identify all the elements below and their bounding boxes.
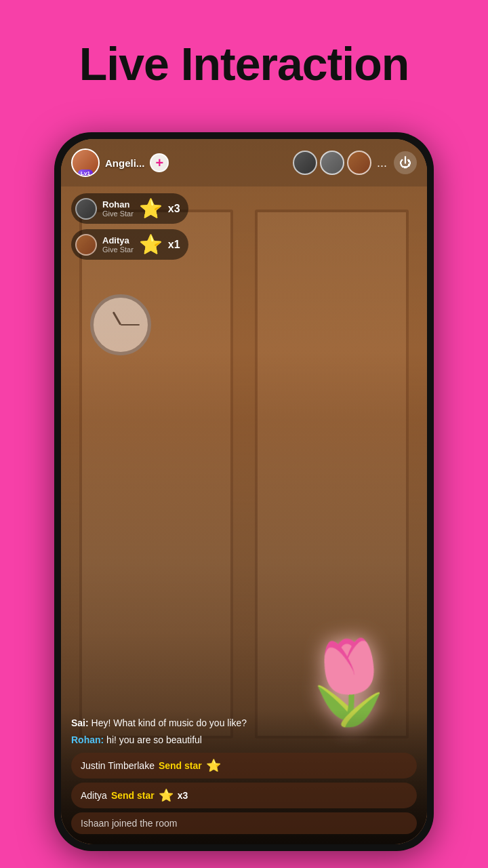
more-viewers-icon[interactable]: ... [377, 156, 387, 170]
page-title: Live Interaction [0, 0, 488, 111]
level-badge: Lv1 [78, 170, 93, 177]
viewer-avatar-3 [347, 151, 371, 175]
streamer-info: Lv1 Angeli... + [71, 149, 286, 177]
chat-msg-sai: Sai: Hey! What kind of music do you like… [71, 717, 417, 730]
viewer-avatar-2 [320, 151, 344, 175]
gift-action-aditya: Give Star [102, 245, 134, 254]
action-send-star-aditya[interactable]: Send star [111, 790, 155, 801]
streamer-avatar: Lv1 [71, 149, 100, 177]
action-username-justin: Justin Timberlake [81, 760, 155, 771]
chat-msg-rohan: Rohan: hi! you are so beautiful [71, 734, 417, 747]
power-button[interactable]: ⏻ [394, 151, 417, 174]
gift-star-1: ⭐ [139, 197, 163, 220]
streamer-name: Angeli... [105, 157, 144, 169]
follow-button[interactable]: + [150, 153, 169, 172]
chat-overlay: Sai: Hey! What kind of music do you like… [61, 710, 427, 844]
action-username-aditya: Aditya [81, 790, 107, 801]
action-justin[interactable]: Justin Timberlake Send star ⭐ [71, 753, 417, 778]
gift-count-2: x1 [168, 239, 180, 251]
action-count-aditya: x3 [178, 790, 188, 801]
chat-username-rohan: Rohan: [71, 734, 104, 745]
gift-action-rohan: Give Star [102, 210, 134, 218]
chat-text-rohan: hi! you are so beautiful [106, 734, 202, 745]
gift-count-1: x3 [168, 203, 180, 215]
gift-user-rohan: Rohan [102, 199, 134, 210]
joined-message: Ishaan joined the room [71, 812, 417, 834]
phone-frame: Lv1 Angeli... + ... ⏻ Rohan Give Star [54, 132, 434, 851]
gift-notif-aditya: Aditya Give Star ⭐ x1 [71, 229, 188, 260]
gift-notifications: Rohan Give Star ⭐ x3 Aditya Give Star ⭐ … [71, 193, 188, 260]
chat-text-sai: Hey! What kind of music do you like? [92, 717, 247, 728]
action-star-aditya: ⭐ [159, 788, 174, 803]
action-star-justin: ⭐ [206, 758, 221, 773]
phone-screen: Lv1 Angeli... + ... ⏻ Rohan Give Star [61, 139, 427, 844]
chat-username-sai: Sai: [71, 717, 89, 728]
viewer-avatars: ... [293, 151, 387, 175]
action-send-star-justin[interactable]: Send star [159, 760, 202, 771]
gift-star-2: ⭐ [139, 233, 163, 256]
gift-avatar-rohan [75, 198, 97, 220]
action-aditya[interactable]: Aditya Send star ⭐ x3 [71, 783, 417, 808]
gift-notif-rohan: Rohan Give Star ⭐ x3 [71, 193, 188, 224]
chat-messages: Sai: Hey! What kind of music do you like… [71, 717, 417, 747]
top-bar: Lv1 Angeli... + ... ⏻ [61, 139, 427, 186]
chat-action-bar: Justin Timberlake Send star ⭐ Aditya Sen… [71, 753, 417, 834]
gift-user-aditya: Aditya [102, 235, 134, 245]
viewer-avatar-1 [293, 151, 317, 175]
gift-avatar-aditya [75, 234, 97, 256]
